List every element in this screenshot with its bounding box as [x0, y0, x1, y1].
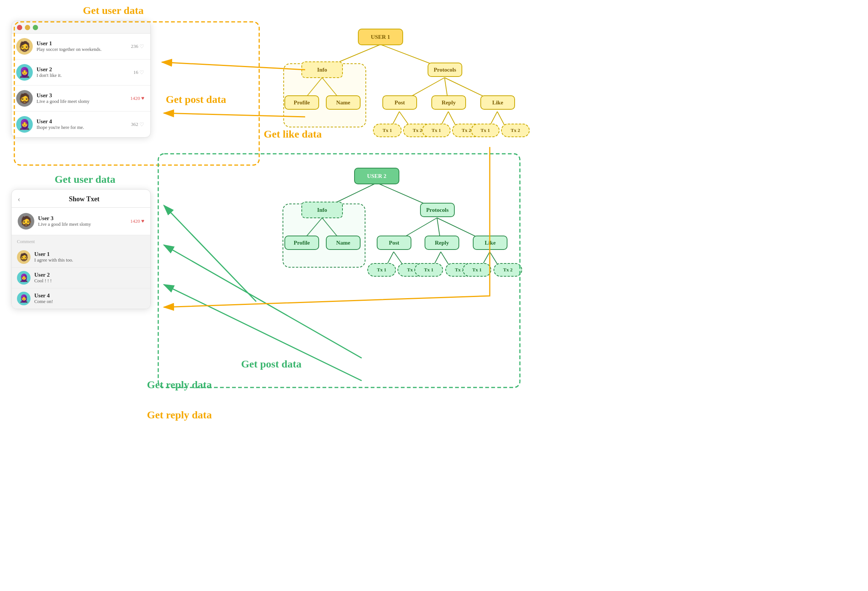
annotation-get-reply-data-bottom: Get reply data: [147, 379, 212, 391]
user-name: User 3: [38, 215, 127, 222]
annotation-get-user-data-bottom: Get user data: [55, 173, 115, 185]
tree2-root-node: USER 2: [354, 168, 399, 184]
user-name: User 2: [37, 66, 130, 73]
avatar: 🧕: [17, 292, 31, 305]
avatar: 🧔: [16, 90, 33, 107]
avatar: 🧕: [16, 64, 33, 81]
tree2-post-node: Post: [377, 236, 411, 250]
dot-red: [17, 25, 22, 30]
user-info: User 2 I don't like it.: [37, 66, 130, 78]
user-row[interactable]: 🧔 User 1 Play soccer together on weekend…: [12, 34, 150, 60]
user-info: User 4 Come on!: [34, 292, 145, 305]
user-likes: 16 ♡: [133, 69, 144, 76]
user-likes: 1420 ♥: [130, 218, 144, 224]
user-name: User 1: [37, 40, 127, 47]
panel-title: Show Txet: [24, 195, 144, 203]
tree2-reply-tx1: Tx 1: [414, 263, 443, 277]
avatar: 🧕: [17, 271, 31, 285]
tree2-like-tx1: Tx 1: [463, 263, 491, 277]
tree1-root-node: USER 1: [358, 29, 403, 45]
annotation-get-user-data-top: Get user data: [83, 5, 144, 17]
tree2-like-node: Like: [473, 236, 507, 250]
user-info: User 1 Play soccer together on weekends.: [37, 40, 127, 52]
user-name: User 4: [34, 292, 145, 299]
user-likes: 236 ♡: [131, 43, 145, 50]
tree2-info-node: Info: [301, 202, 343, 218]
heart-icon: ♡: [139, 69, 144, 76]
tree1-reply-tx1: Tx 1: [422, 124, 451, 137]
user-row[interactable]: 🧔 User 3 Live a good life meet slomy 142…: [12, 86, 150, 112]
annotation-get-reply-data-yellow: Get reply data: [147, 409, 212, 421]
annotation-get-post-data-bottom: Get post data: [241, 358, 301, 370]
chevron-left-icon[interactable]: ‹: [18, 195, 20, 204]
comment-row[interactable]: 🧕 User 4 Come on!: [12, 288, 150, 309]
user-text: Live a good life meet slomy: [38, 222, 127, 227]
tree1-like-tx1: Tx 1: [471, 124, 500, 137]
show-txet-panel: ‹ Show Txet 🧔 User 3 Live a good life me…: [11, 189, 151, 309]
dot-yellow: [25, 25, 30, 30]
user-name: User 3: [37, 92, 127, 99]
user-info: User 4 Ihope you're here for me.: [37, 118, 127, 130]
user-text: Cool ! ! !: [34, 278, 145, 284]
tree1-reply-node: Reply: [431, 95, 466, 110]
tree1-like-tx2: Tx 2: [501, 124, 530, 137]
annotation-get-post-data: Get post data: [166, 93, 226, 106]
user-likes: 362 ♡: [131, 121, 145, 128]
user-info: User 3 Live a good life meet slomy: [37, 92, 127, 104]
heart-icon: ♡: [139, 43, 144, 50]
annotation-get-like-data: Get like data: [264, 128, 322, 140]
tree1-info-node: Info: [301, 61, 343, 78]
show-txet-header: ‹ Show Txet: [12, 190, 150, 208]
avatar: 🧔: [18, 213, 34, 230]
tree1-profile-node: Profile: [284, 95, 319, 110]
avatar: 🧔: [16, 38, 33, 55]
tree2-like-tx2: Tx 2: [494, 263, 522, 277]
user-text: Ihope you're here for me.: [37, 125, 127, 130]
heart-icon: ♡: [139, 121, 144, 128]
tree1-post-node: Post: [382, 95, 417, 110]
tree2: USER 2 Info Protocols Profile Name Post …: [260, 162, 531, 332]
tree1-post-tx1: Tx 1: [373, 124, 402, 137]
user-name: User 2: [34, 272, 145, 278]
user-info: User 1 I agree with this too.: [34, 251, 145, 263]
heart-icon: ♥: [141, 218, 144, 224]
user-info: User 2 Cool ! ! !: [34, 272, 145, 284]
window-titlebar: [12, 21, 150, 34]
user-row[interactable]: 🧕 User 2 I don't like it. 16 ♡: [12, 60, 150, 86]
user-text: Come on!: [34, 299, 145, 305]
app-window: 🧔 User 1 Play soccer together on weekend…: [11, 21, 151, 138]
user-text: I don't like it.: [37, 73, 130, 78]
user-text: Live a good life meet slomy: [37, 99, 127, 104]
tree2-reply-node: Reply: [425, 236, 459, 250]
user-text: I agree with this too.: [34, 257, 145, 263]
tree2-protocols-node: Protocols: [420, 203, 455, 217]
tree1-name-node: Name: [326, 95, 361, 110]
avatar: 🧕: [16, 116, 33, 133]
user-info: User 3 Live a good life meet slomy: [38, 215, 127, 227]
user-row[interactable]: 🧕 User 4 Ihope you're here for me. 362 ♡: [12, 112, 150, 137]
dot-green: [33, 25, 38, 30]
heart-icon: ♥: [141, 95, 144, 101]
comment-row[interactable]: 🧕 User 2 Cool ! ! !: [12, 268, 150, 288]
avatar: 🧔: [17, 250, 31, 264]
tree1-protocols-node: Protocols: [428, 63, 462, 77]
tree2-post-tx1: Tx 1: [367, 263, 396, 277]
user-likes: 1420 ♥: [130, 95, 144, 101]
comment-section: Comment 🧔 User 1 I agree with this too. …: [12, 235, 150, 309]
tree1: USER 1 Info Protocols Profile Name Post …: [264, 22, 527, 165]
user-text: Play soccer together on weekends.: [37, 47, 127, 52]
comment-row[interactable]: 🧔 User 1 I agree with this too.: [12, 247, 150, 268]
comment-label: Comment: [12, 239, 150, 247]
user-name: User 1: [34, 251, 145, 257]
user-list: 🧔 User 1 Play soccer together on weekend…: [12, 34, 150, 137]
tree2-profile-node: Profile: [284, 236, 319, 250]
user-name: User 4: [37, 118, 127, 125]
tree2-name-node: Name: [326, 236, 361, 250]
tree1-like-node: Like: [480, 95, 515, 110]
show-txet-post: 🧔 User 3 Live a good life meet slomy 142…: [12, 208, 150, 235]
